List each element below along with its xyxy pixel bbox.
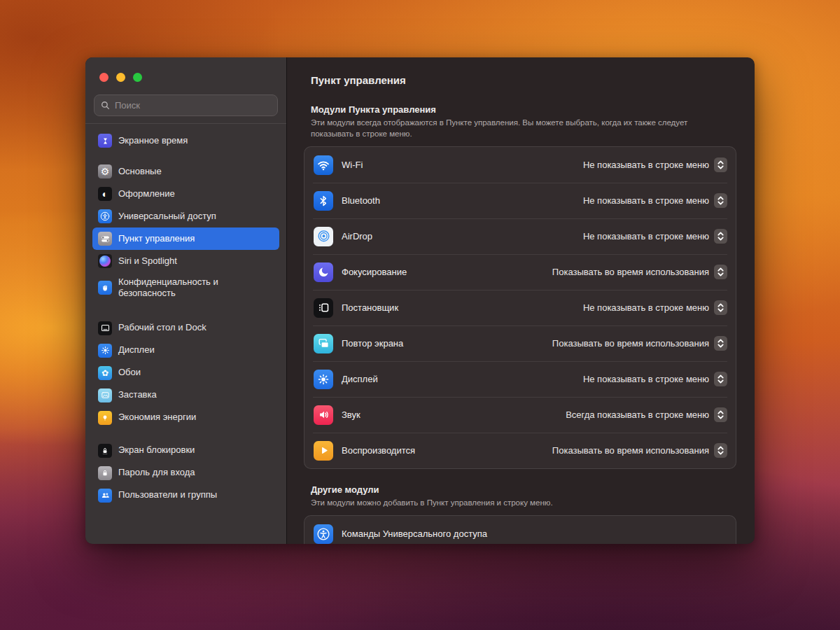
close-button[interactable]: [99, 73, 108, 82]
wifi-icon: [314, 155, 333, 175]
sidebar-item-label: Обои: [118, 367, 141, 378]
sidebar-item-label: Заставка: [118, 389, 157, 400]
sidebar-item-wallpaper[interactable]: ✿ Обои: [92, 362, 279, 384]
modules-section-heading: Модули Пункта управления: [311, 104, 736, 115]
sidebar-item-siri-spotlight[interactable]: Siri и Spotlight: [92, 250, 279, 272]
display-sun-icon: [314, 370, 333, 389]
module-row-focus: Фокусирование Показывать во время исполь…: [304, 254, 736, 290]
module-row-bluetooth: Bluetooth Не показывать в строке меню: [304, 183, 736, 218]
module-row-screen-mirroring: Повтор экрана Показывать во время исполь…: [304, 326, 736, 361]
stepper-icon: [714, 372, 727, 386]
appearance-icon: ◐: [98, 187, 112, 201]
search-input[interactable]: [115, 100, 271, 111]
stepper-icon: [714, 265, 727, 279]
search-field[interactable]: [94, 94, 278, 116]
sidebar-item-control-center[interactable]: Пункт управления: [92, 227, 279, 250]
sidebar-item-privacy-security[interactable]: Конфиденциальность и безопасность: [92, 272, 279, 304]
focus-visibility-select[interactable]: Показывать во время использования: [552, 265, 727, 279]
module-label: Повтор экрана: [342, 338, 403, 349]
stepper-icon: [714, 407, 727, 422]
stepper-icon: [714, 336, 727, 351]
accessibility-icon: [98, 209, 112, 223]
sidebar-item-label: Основные: [118, 166, 162, 177]
traffic-lights: [85, 57, 286, 92]
stepper-icon: [714, 300, 727, 315]
module-label: Bluetooth: [342, 195, 380, 206]
module-label: Воспроизводится: [342, 445, 415, 456]
screen-time-icon: [98, 134, 112, 148]
now-playing-visibility-select[interactable]: Показывать во время использования: [552, 443, 727, 458]
desktop-dock-icon: [98, 321, 112, 335]
module-label: Команды Универсального доступа: [342, 528, 487, 539]
select-value: Не показывать в строке меню: [583, 195, 709, 206]
stepper-icon: [714, 158, 727, 172]
select-value: Не показывать в строке меню: [583, 302, 709, 313]
display-visibility-select[interactable]: Не показывать в строке меню: [583, 372, 727, 386]
wifi-visibility-select[interactable]: Не показывать в строке меню: [583, 158, 727, 172]
sidebar-item-desktop-dock[interactable]: Рабочий стол и Dock: [92, 317, 279, 340]
sidebar-item-users-groups[interactable]: Пользователи и группы: [92, 484, 279, 507]
sidebar-item-screen-time[interactable]: Экранное время: [92, 130, 279, 152]
sidebar-item-label: Экран блокировки: [118, 444, 195, 456]
sidebar-item-energy-saver[interactable]: Экономия энергии: [92, 407, 279, 429]
page-title: Пункт управления: [311, 74, 736, 86]
wallpaper-flower-icon: ✿: [98, 366, 112, 380]
sound-visibility-select[interactable]: Всегда показывать в строке меню: [566, 407, 727, 422]
module-row-stage-manager: Постановщик Не показывать в строке меню: [304, 290, 736, 326]
sidebar-item-label: Пароль для входа: [118, 467, 195, 478]
siri-icon: [98, 254, 112, 268]
sidebar-item-label: Пользователи и группы: [118, 489, 217, 500]
sidebar-item-displays[interactable]: Дисплеи: [92, 340, 279, 362]
module-label: Фокусирование: [342, 267, 407, 277]
stepper-icon: [714, 193, 727, 208]
select-value: Не показывать в строке меню: [583, 374, 709, 384]
sidebar-item-accessibility[interactable]: Универсальный доступ: [92, 205, 279, 227]
sidebar-item-screensaver[interactable]: Заставка: [92, 384, 279, 407]
general-gear-icon: ⚙: [98, 164, 112, 178]
sidebar-item-general[interactable]: ⚙ Основные: [92, 160, 279, 183]
airdrop-icon: [314, 227, 333, 246]
login-password-lock-icon: [98, 466, 112, 480]
stepper-icon: [714, 229, 727, 244]
module-row-wifi: Wi-Fi Не показывать в строке меню: [304, 147, 736, 183]
sidebar-item-label: Универсальный доступ: [118, 211, 216, 222]
screensaver-icon: [98, 388, 112, 402]
screen-mirroring-icon: [314, 334, 333, 354]
other-section-description: Эти модули можно добавить в Пункт управл…: [311, 497, 731, 508]
privacy-hand-icon: [98, 281, 112, 295]
module-label: Постановщик: [342, 302, 398, 313]
module-row-now-playing: Воспроизводится Показывать во время испо…: [304, 433, 736, 468]
module-row-sound: Звук Всегда показывать в строке меню: [304, 397, 736, 433]
sidebar-item-label: Экранное время: [118, 135, 188, 146]
zoom-button[interactable]: [133, 73, 142, 82]
sidebar-item-label: Siri и Spotlight: [118, 255, 177, 267]
sidebar-item-appearance[interactable]: ◐ Оформление: [92, 183, 279, 205]
module-row-display: Дисплей Не показывать в строке меню: [304, 361, 736, 397]
select-value: Не показывать в строке меню: [583, 160, 709, 170]
stepper-icon: [714, 443, 727, 458]
screen-mirroring-visibility-select[interactable]: Показывать во время использования: [552, 336, 727, 351]
module-label: Звук: [342, 410, 360, 420]
focus-moon-icon: [314, 262, 333, 282]
select-value: Показывать во время использования: [552, 267, 709, 277]
energy-bulb-icon: [98, 411, 112, 425]
bluetooth-visibility-select[interactable]: Не показывать в строке меню: [583, 193, 727, 208]
content-pane: Пункт управления Модули Пункта управлени…: [287, 57, 755, 544]
sound-speaker-icon: [314, 405, 333, 425]
modules-card: Wi-Fi Не показывать в строке меню Blueto…: [304, 146, 736, 469]
stage-manager-visibility-select[interactable]: Не показывать в строке меню: [583, 300, 727, 315]
sidebar-item-lock-screen[interactable]: Экран блокировки: [92, 440, 279, 462]
module-row-accessibility-shortcuts: Команды Универсального доступа: [304, 516, 736, 544]
sidebar-nav: Экранное время ⚙ Основные ◐ Оформление: [85, 123, 286, 507]
minimize-button[interactable]: [116, 73, 125, 82]
sidebar-item-label: Рабочий стол и Dock: [118, 322, 206, 333]
airdrop-visibility-select[interactable]: Не показывать в строке меню: [583, 229, 727, 244]
sidebar-item-label: Дисплеи: [118, 344, 155, 356]
select-value: Всегда показывать в строке меню: [566, 410, 709, 420]
sidebar-item-label: Оформление: [118, 188, 175, 200]
sidebar-item-login-password[interactable]: Пароль для входа: [92, 462, 279, 484]
sidebar-item-label: Конфиденциальность и безопасность: [118, 276, 274, 300]
select-value: Не показывать в строке меню: [583, 231, 709, 241]
system-settings-window: Экранное время ⚙ Основные ◐ Оформление: [85, 57, 755, 544]
other-section-heading: Другие модули: [311, 484, 736, 495]
